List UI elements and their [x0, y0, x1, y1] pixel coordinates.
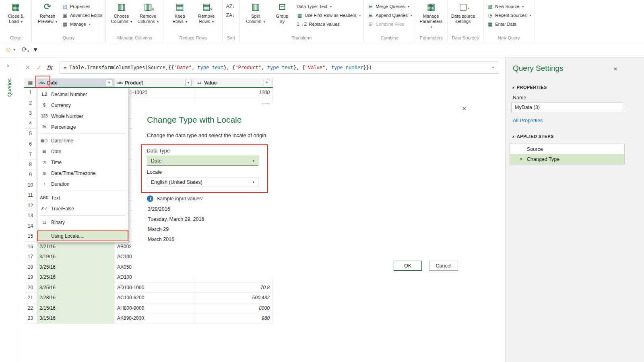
ribbon-button-properties[interactable]: ▤Properties [62, 3, 103, 10]
menu-item-decimal-number[interactable]: 1.2Decimal Number [37, 89, 128, 100]
ribbon-button-sort-za[interactable]: ZA↓ [226, 12, 235, 19]
menu-item-date-time[interactable]: ▦◷Date/Time [37, 135, 128, 146]
ribbon-button-use-first-row-as-headers[interactable]: ▦Use First Row as Headers▾ [297, 12, 361, 19]
sync-settings-button[interactable]: ⟳* [21, 46, 27, 53]
cell-date[interactable]: 2/15/16 [37, 303, 115, 313]
confirm-formula-icon[interactable]: ✓ [35, 64, 43, 71]
ribbon-button-sort-az[interactable]: AZ↓ [226, 3, 235, 10]
applied-step-changed-type[interactable]: ×Changed Type [510, 154, 624, 164]
cell-date[interactable]: 3/25/16 [37, 262, 115, 272]
ribbon-button-refresh-preview[interactable]: ⟳Refresh Preview ▾ [35, 0, 60, 25]
row-number[interactable]: 15 [24, 231, 37, 241]
ribbon-button-enter-data[interactable]: ▦Enter Data [487, 21, 531, 27]
applied-step-source[interactable]: Source [510, 144, 624, 154]
row-number[interactable]: 7 [24, 149, 37, 159]
grid-corner-cell[interactable]: ▦ [24, 78, 37, 87]
cell-date[interactable]: 3/15/16 [37, 313, 115, 323]
expand-queries-button[interactable]: › [7, 62, 9, 70]
ribbon-button-combine-files[interactable]: ⊞Combine Files [367, 21, 412, 27]
row-number[interactable]: 19 [24, 272, 37, 282]
ribbon-button-choose-columns[interactable]: ▥Choose Columns ▾ [109, 0, 134, 25]
cell-date[interactable]: 3/25/16 [37, 283, 115, 293]
row-number[interactable]: 10 [24, 180, 37, 190]
row-number[interactable]: 20 [24, 283, 37, 293]
cell-value[interactable]: 70.8 [194, 283, 272, 293]
row-number[interactable]: 9 [24, 170, 37, 180]
cell-date[interactable]: 2/21/16 [37, 242, 115, 252]
ribbon-button-remove-rows[interactable]: ▤×Remove Rows ▾ [194, 0, 219, 25]
ribbon-button-merge-queries[interactable]: ⊞Merge Queries▾ [367, 3, 412, 10]
filter-toggle-button[interactable]: ▾ [34, 46, 37, 53]
row-number[interactable]: 2 [24, 98, 37, 108]
cell-product[interactable]: AD100-1000 [115, 283, 194, 293]
row-number[interactable]: 16 [24, 242, 37, 252]
ribbon-button-advanced-editor[interactable]: ▣Advanced Editor [62, 12, 103, 19]
row-number[interactable]: 8 [24, 160, 37, 170]
ribbon-button-keep-rows[interactable]: ▤Keep Rows ▾ [167, 0, 193, 25]
column-header-date[interactable]: ABCDate▾ [37, 78, 115, 87]
cancel-button[interactable]: Cancel [429, 261, 458, 271]
row-number[interactable]: 12 [24, 201, 37, 211]
row-number[interactable]: 22 [24, 303, 37, 313]
ribbon-button-manage-parameters[interactable]: ▦Manage Parameters ▾ [418, 0, 444, 30]
row-number[interactable]: 21 [24, 293, 37, 303]
ok-button[interactable]: OK [394, 261, 422, 271]
menu-item-date-time-timezone[interactable]: ◍Date/Time/Timezone [37, 168, 128, 179]
menu-item-time[interactable]: ◷Time [37, 157, 128, 168]
row-number[interactable]: 1 [24, 88, 37, 98]
row-number[interactable]: 4 [24, 119, 37, 129]
column-header-product[interactable]: ABCProduct▾ [115, 78, 194, 87]
ribbon-button-manage[interactable]: ▦Manage▾ [62, 21, 103, 27]
applied-steps-section-header[interactable]: ◢ APPLIED STEPS [512, 134, 554, 139]
cell-value[interactable]: 8000 [194, 303, 272, 313]
row-number[interactable]: 5 [24, 129, 37, 139]
cell-product[interactable]: AC100-6200 [115, 293, 194, 303]
fx-icon[interactable]: fx [47, 64, 56, 71]
cell-product[interactable]: AK890-2000 [115, 313, 194, 323]
filter-icon[interactable]: ▾ [185, 80, 192, 86]
row-number[interactable]: 23 [24, 313, 37, 323]
cell-value[interactable]: 500.432 [194, 293, 272, 303]
ribbon-button-data-source-settings[interactable]: ▢*Data source settings [450, 0, 476, 24]
row-number[interactable]: 18 [24, 262, 37, 272]
row-number[interactable]: 6 [24, 139, 37, 149]
all-properties-link[interactable]: All Properties [513, 118, 543, 123]
cell-value[interactable]: 980 [194, 313, 272, 323]
filter-icon[interactable]: ▾ [106, 80, 112, 86]
smiley-button[interactable]: ☺▾ [5, 46, 15, 53]
menu-item-duration[interactable]: ◔Duration [37, 179, 128, 189]
data-type-select[interactable]: Date ▾ [147, 156, 258, 166]
menu-item-currency[interactable]: $Currency [37, 100, 128, 111]
ribbon-button-split-column[interactable]: ▥Split Column ▾ [243, 0, 268, 25]
ribbon-button-new-source[interactable]: ▦New Source▾ [487, 3, 531, 10]
formula-input[interactable]: = Table.TransformColumnTypes(Source,{{"D… [60, 62, 499, 74]
ribbon-button-recent-sources[interactable]: ◷Recent Sources▾ [487, 12, 531, 19]
cell-date[interactable]: 3/25/16 [37, 272, 115, 282]
row-number[interactable]: 14 [24, 221, 37, 231]
properties-section-header[interactable]: ◢ PROPERTIES [512, 85, 547, 90]
ribbon-button-append-queries[interactable]: ⊟Append Queries▾ [367, 12, 412, 19]
row-number[interactable]: 13 [24, 211, 37, 221]
menu-item-date[interactable]: ▦Date [37, 146, 128, 157]
cell-value[interactable]: 1200 [194, 88, 272, 98]
ribbon-button-remove-columns[interactable]: ▥×Remove Columns ▾ [135, 0, 161, 25]
ribbon-button-close-load[interactable]: ▦Close & Load ▾ [3, 0, 29, 25]
ribbon-button-group-by[interactable]: ⊟Group By [269, 0, 295, 24]
locale-select[interactable]: English (United States) ▾ [147, 177, 258, 187]
ribbon-button-data-type-text[interactable]: Data Type: Text▾ [297, 3, 361, 10]
menu-item-whole-number[interactable]: 123Whole Number [37, 111, 128, 121]
row-number[interactable]: 17 [24, 252, 37, 262]
query-settings-close-icon[interactable]: × [613, 65, 617, 73]
menu-item-text[interactable]: ABCText [37, 192, 128, 203]
cell-date[interactable]: 2/28/16 [37, 293, 115, 303]
menu-item-true-false[interactable]: ✗✓True/False [37, 203, 128, 214]
cancel-formula-icon[interactable]: ✕ [24, 64, 31, 71]
filter-icon[interactable]: ▾ [264, 80, 270, 86]
dialog-close-icon[interactable]: × [462, 105, 466, 113]
ribbon-button-replace-values[interactable]: 1→2Replace Values [297, 21, 361, 27]
query-name-input[interactable]: MyData (3) [511, 103, 623, 112]
cell-date[interactable]: 3/19/16 [37, 252, 115, 262]
cell-product[interactable]: AH800-9000 [115, 303, 194, 313]
row-number[interactable]: 3 [24, 108, 37, 118]
delete-step-icon[interactable]: × [520, 156, 522, 162]
